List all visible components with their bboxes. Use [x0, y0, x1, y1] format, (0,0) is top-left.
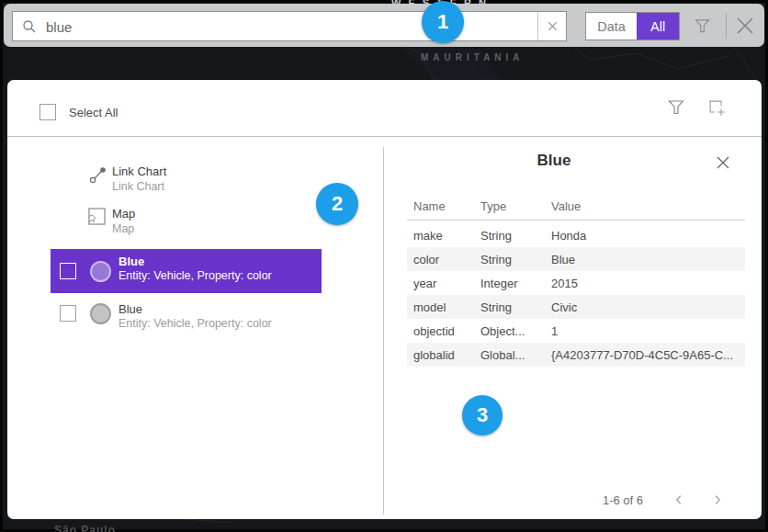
- table-header-divider: [407, 220, 745, 221]
- item-checkbox[interactable]: [60, 263, 76, 279]
- list-item-subtitle: Link Chart: [112, 180, 164, 193]
- cell-type: Global...: [480, 348, 547, 362]
- annotation-badge-1: 1: [422, 1, 464, 43]
- entity-dot-icon: [90, 303, 111, 324]
- cell-value: 1: [551, 324, 740, 338]
- cell-type: String: [480, 253, 547, 266]
- entity-dot-icon: [90, 261, 111, 282]
- panel-filter-icon[interactable]: [665, 96, 687, 119]
- toolbar-divider: [726, 13, 727, 39]
- cell-value: Civic: [551, 300, 740, 314]
- annotation-badge-2: 2: [316, 183, 358, 225]
- column-header-name: Name: [413, 199, 446, 213]
- close-icon[interactable]: [732, 14, 758, 38]
- toggle-option-data[interactable]: Data: [586, 13, 637, 40]
- app-window: WESTERN MAURITANIA São Paulo Data All 1: [0, 0, 768, 532]
- table-row: year Integer 2015: [407, 271, 745, 295]
- data-all-toggle: Data All: [585, 12, 680, 40]
- cell-name: make: [413, 229, 478, 243]
- cell-value: {A4203777-D70D-4C5C-9A65-C...: [551, 348, 740, 362]
- cell-name: globalid: [413, 348, 478, 362]
- search-icon: [22, 19, 37, 38]
- cell-type: Object...: [480, 324, 547, 338]
- select-all-checkbox[interactable]: [40, 104, 56, 120]
- clear-x-icon: [548, 21, 558, 31]
- link-chart-icon: [88, 164, 108, 188]
- cell-name: objectid: [413, 324, 478, 338]
- table-row: color String Blue: [407, 247, 745, 271]
- panel-vertical-divider: [383, 147, 384, 515]
- item-checkbox[interactable]: [60, 305, 76, 322]
- annotation-badge-3: 3: [462, 395, 503, 436]
- cell-value: Blue: [551, 253, 740, 266]
- panel-divider: [7, 136, 762, 137]
- search-toolbar: Data All: [4, 4, 764, 47]
- cell-type: String: [480, 300, 547, 314]
- detail-title: Blue: [383, 152, 725, 170]
- list-item-title[interactable]: Link Chart: [112, 164, 166, 178]
- cell-name: color: [413, 253, 478, 266]
- list-item-selected[interactable]: Blue Entity: Vehicle, Property: color: [51, 249, 322, 293]
- column-header-value: Value: [551, 199, 581, 213]
- table-row: globalid Global... {A4203777-D70D-4C5C-9…: [407, 343, 745, 367]
- cell-type: Integer: [480, 277, 547, 290]
- toggle-option-all[interactable]: All: [637, 13, 679, 40]
- map-label-mauritania: MAURITANIA: [421, 52, 525, 62]
- list-item-title: Blue: [119, 302, 142, 316]
- table-row: model String Civic: [407, 295, 745, 319]
- table-row: make String Honda: [407, 223, 745, 247]
- table-row: objectid Object... 1: [407, 319, 745, 343]
- cell-name: year: [413, 277, 478, 290]
- map-icon: [88, 208, 106, 229]
- list-item-subtitle: Map: [112, 222, 134, 235]
- cell-value: Honda: [551, 229, 740, 243]
- list-item-title[interactable]: Map: [112, 207, 135, 221]
- select-all-label: Select All: [69, 106, 118, 119]
- chevron-right-icon[interactable]: [707, 490, 728, 510]
- filter-icon[interactable]: [691, 15, 713, 37]
- list-item-subtitle: Entity: Vehicle, Property: color: [119, 269, 272, 282]
- search-box: [12, 11, 567, 41]
- detail-close-icon[interactable]: [714, 153, 732, 172]
- list-item-title: Blue: [119, 255, 144, 268]
- list-item[interactable]: Blue Entity: Vehicle, Property: color: [51, 297, 322, 341]
- chevron-left-icon[interactable]: [669, 490, 689, 510]
- add-item-icon[interactable]: [706, 96, 728, 119]
- cell-type: String: [480, 229, 547, 243]
- list-item-subtitle: Entity: Vehicle, Property: color: [119, 317, 272, 330]
- column-header-type: Type: [480, 199, 506, 213]
- cell-name: model: [413, 300, 478, 314]
- search-results-panel: Select All Link Chart Link Chart Map Map…: [7, 80, 762, 519]
- pagination-label: 1-6 of 6: [559, 493, 643, 507]
- map-label-sao-paulo: São Paulo: [54, 524, 116, 532]
- cell-value: 2015: [551, 277, 740, 290]
- search-clear-button[interactable]: [537, 12, 566, 40]
